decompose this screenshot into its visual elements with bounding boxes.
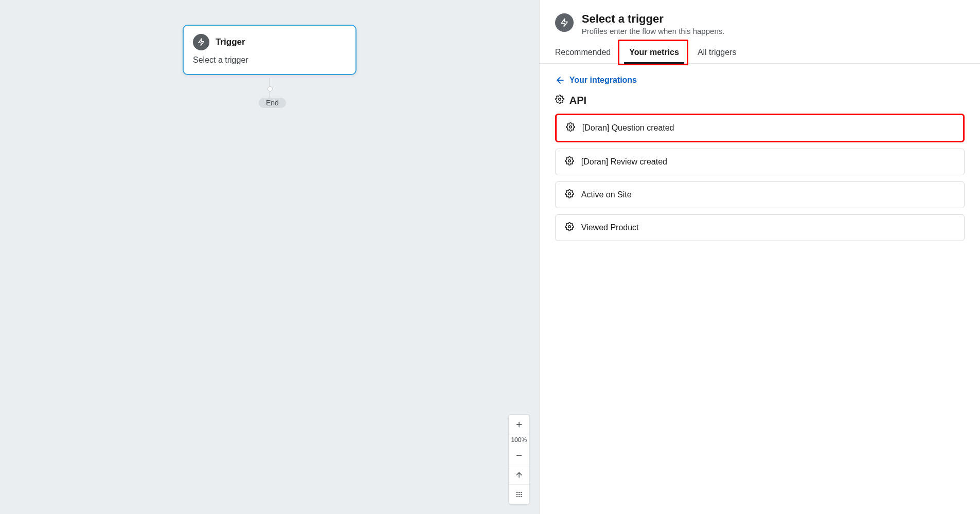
zoom-out-button[interactable] [509, 446, 529, 465]
lightning-icon [555, 13, 574, 32]
tab-label: Your metrics [629, 48, 679, 57]
end-pill: End [259, 98, 286, 108]
svg-point-17 [568, 193, 571, 195]
tab-all-triggers[interactable]: All triggers [698, 43, 737, 63]
svg-point-14 [559, 98, 561, 101]
grid-icon [515, 491, 523, 498]
zoom-controls: 100% [508, 414, 530, 505]
gear-icon [565, 189, 574, 200]
zoom-in-button[interactable] [509, 415, 529, 434]
svg-point-18 [568, 226, 571, 228]
plus-icon [515, 420, 523, 429]
lightning-icon [193, 34, 209, 50]
gear-icon [565, 156, 574, 168]
sidebar-tabs: Recommended Your metrics All triggers [540, 43, 980, 64]
flow-canvas[interactable]: Trigger Select a trigger End 100% [0, 0, 539, 514]
metric-item[interactable]: Active on Site [555, 181, 965, 208]
metric-item-label: Active on Site [581, 190, 632, 199]
svg-point-7 [516, 494, 518, 495]
sidebar-title: Select a trigger [582, 12, 725, 26]
trigger-card-title: Trigger [216, 37, 245, 47]
tab-recommended[interactable]: Recommended [555, 43, 611, 63]
back-to-integrations-link[interactable]: Your integrations [540, 64, 980, 90]
connector-add-dot[interactable] [268, 86, 273, 91]
back-link-label: Your integrations [569, 76, 637, 85]
trigger-sidebar: Select a trigger Profiles enter the flow… [539, 0, 980, 514]
zoom-level-label: 100% [509, 434, 529, 446]
svg-point-15 [569, 126, 572, 128]
sidebar-subtitle: Profiles enter the flow when this happen… [582, 27, 725, 35]
svg-point-8 [519, 494, 520, 495]
section-heading-label: API [569, 95, 586, 106]
metric-item-label: [Doran] Review created [581, 157, 667, 167]
zoom-fit-button[interactable] [509, 485, 529, 504]
metric-item[interactable]: [Doran] Question created [555, 114, 965, 142]
svg-point-10 [516, 496, 518, 497]
metric-list: [Doran] Question created[Doran] Review c… [540, 114, 980, 241]
trigger-card-subtext: Select a trigger [193, 56, 346, 65]
svg-point-6 [521, 492, 522, 493]
svg-point-9 [521, 494, 522, 495]
metric-item[interactable]: [Doran] Review created [555, 149, 965, 175]
svg-point-12 [521, 496, 522, 497]
section-heading-api: API [540, 90, 980, 114]
gear-icon [565, 222, 574, 233]
metric-item[interactable]: Viewed Product [555, 214, 965, 241]
svg-point-5 [519, 492, 520, 493]
metric-item-label: [Doran] Question created [582, 123, 674, 133]
arrow-left-icon [555, 75, 565, 85]
trigger-card[interactable]: Trigger Select a trigger [183, 25, 357, 75]
svg-point-16 [568, 160, 571, 162]
zoom-reset-button[interactable] [509, 465, 529, 485]
minus-icon [515, 451, 523, 460]
arrow-up-icon [515, 471, 523, 479]
metric-item-label: Viewed Product [581, 223, 639, 232]
svg-point-4 [516, 492, 518, 493]
svg-point-11 [519, 496, 520, 497]
gear-icon [566, 122, 575, 134]
tab-your-metrics[interactable]: Your metrics [629, 43, 679, 63]
gear-icon [555, 95, 564, 106]
